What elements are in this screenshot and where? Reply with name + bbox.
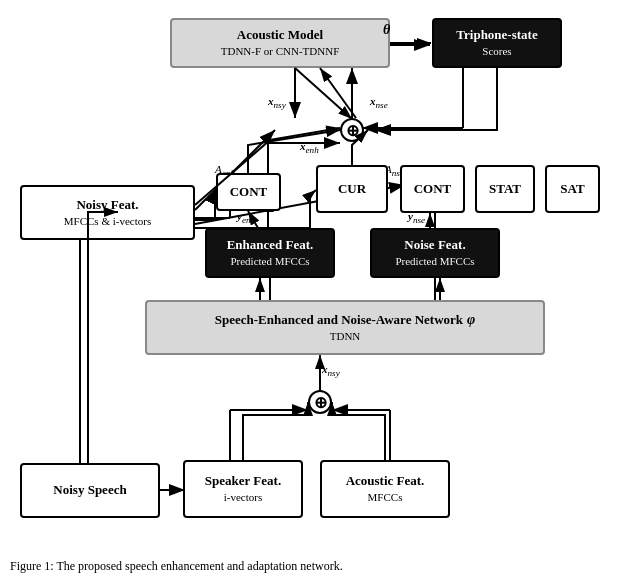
speaker-feat-title: Speaker Feat. <box>205 473 281 490</box>
cont1-label: CONT <box>230 184 268 201</box>
triphone-title: Triphone-state <box>456 27 537 44</box>
speaker-feat-subtitle: i-vectors <box>224 490 262 504</box>
triphone-subtitle: Scores <box>482 44 511 58</box>
cur-label: CUR <box>338 181 366 198</box>
stat-label: STAT <box>489 181 521 198</box>
phi-symbol: φ <box>467 312 475 328</box>
cont1-box: CONT <box>216 173 281 211</box>
acoustic-model-title: Acoustic Model <box>237 27 323 44</box>
diagram-container: Acoustic Model TDNN-F or CNN-TDNNF θ Tri… <box>0 0 640 578</box>
enhanced-feat-subtitle: Predicted MFCCs <box>230 254 309 268</box>
acoustic-feat-title: Acoustic Feat. <box>346 473 425 490</box>
enhanced-feat-title: Enhanced Feat. <box>227 237 314 254</box>
cont2-box: CONT <box>400 165 465 213</box>
x-enh-label: xenh <box>300 140 319 155</box>
noise-feat-title: Noise Feat. <box>404 237 465 254</box>
sum-node-top: ⊕ <box>340 118 364 142</box>
svg-line-29 <box>295 68 352 119</box>
noisy-feat-box: Noisy Feat. MFCCs & i-vectors <box>20 185 195 240</box>
y-enh-label: yenh <box>237 210 255 225</box>
cont2-label: CONT <box>414 181 452 198</box>
stat-box: STAT <box>475 165 535 213</box>
noisy-feat-title: Noisy Feat. <box>76 197 138 214</box>
triphone-box: Triphone-state Scores <box>432 18 562 68</box>
svg-line-30 <box>320 68 356 118</box>
senna-title: Speech-Enhanced and Noise-Aware Network <box>215 312 463 329</box>
senna-subtitle: TDNN <box>330 329 361 343</box>
sat-box: SAT <box>545 165 600 213</box>
acoustic-feat-box: Acoustic Feat. MFCCs <box>320 460 450 518</box>
acoustic-feat-subtitle: MFCCs <box>368 490 403 504</box>
senna-box: Speech-Enhanced and Noise-Aware Network … <box>145 300 545 355</box>
noise-feat-subtitle: Predicted MFCCs <box>395 254 474 268</box>
cur-box: CUR <box>316 165 388 213</box>
theta-label: θ <box>383 22 390 38</box>
x-nse-label: xnse <box>370 95 388 110</box>
sat-label: SAT <box>560 181 584 198</box>
figure-caption: Figure 1: The proposed speech enhancemen… <box>10 559 630 574</box>
noise-feat-box: Noise Feat. Predicted MFCCs <box>370 228 500 278</box>
speaker-feat-box: Speaker Feat. i-vectors <box>183 460 303 518</box>
caption-text: Figure 1: The proposed speech enhancemen… <box>10 559 343 573</box>
x-nsy-label-top: xnsy <box>268 95 286 110</box>
noisy-speech-box: Noisy Speech <box>20 463 160 518</box>
enhanced-feat-box: Enhanced Feat. Predicted MFCCs <box>205 228 335 278</box>
y-nse-label: ynse <box>408 210 425 225</box>
acoustic-model-box: Acoustic Model TDNN-F or CNN-TDNNF <box>170 18 390 68</box>
x-nsy-label-bottom: xnsy <box>322 363 340 378</box>
noisy-feat-subtitle: MFCCs & i-vectors <box>64 214 151 228</box>
noisy-speech-title: Noisy Speech <box>53 482 126 499</box>
sum-node-bottom: ⊕ <box>308 390 332 414</box>
acoustic-model-subtitle: TDNN-F or CNN-TDNNF <box>221 44 340 58</box>
